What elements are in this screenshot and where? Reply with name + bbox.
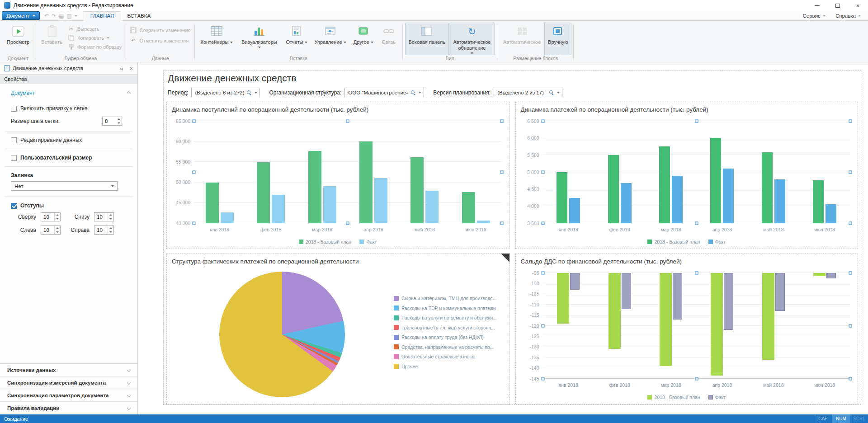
auto-layout-button[interactable]: Автоматическое [500, 23, 544, 55]
resize-handle[interactable] [500, 171, 503, 174]
print-icon[interactable]: ▥ [66, 13, 71, 19]
paste-button[interactable]: Вставить [38, 23, 66, 55]
spinner-arrows[interactable] [116, 117, 122, 125]
maximize-button[interactable] [827, 0, 848, 11]
section-data-sources[interactable]: Источники данных [0, 364, 137, 376]
tab-main[interactable]: ГЛАВНАЯ [84, 11, 121, 21]
resize-handle[interactable] [849, 272, 852, 275]
section-document-link[interactable]: Документ [0, 84, 137, 101]
resize-handle[interactable] [541, 377, 544, 381]
resize-handle[interactable] [541, 272, 544, 275]
margin-top-spinner[interactable]: 10 [41, 212, 61, 221]
tab-insert[interactable]: ВСТАВКА [121, 12, 157, 20]
resize-handle[interactable] [695, 222, 698, 225]
minimize-button[interactable] [807, 0, 827, 11]
window-titlebar: Движение денежных средств - Редактирован… [0, 0, 868, 11]
group-label-data: Данные [126, 56, 195, 61]
section-sync-parameters[interactable]: Синхронизация параметров документа [0, 389, 137, 402]
custom-size-checkbox[interactable] [11, 155, 17, 161]
section-validation-rules[interactable]: Правила валидации [0, 402, 137, 414]
snap-to-grid-checkbox[interactable] [11, 106, 17, 112]
resize-handle[interactable] [541, 222, 544, 225]
auto-refresh-toggle[interactable]: ↻ Автоматическое обновление [449, 23, 495, 55]
resize-handle[interactable] [849, 377, 852, 381]
visualizers-button[interactable]: Визуализаторы [236, 23, 283, 55]
collapse-panel-icon[interactable]: « [120, 65, 123, 72]
close-panel-icon[interactable]: × [129, 65, 133, 72]
properties-tab[interactable]: Свойства [0, 74, 137, 84]
close-button[interactable]: × [848, 0, 868, 11]
chart-panel-receipts[interactable]: Динамика поступлений по операционной дея… [166, 102, 509, 249]
data-editing-checkbox[interactable] [11, 137, 17, 143]
spinner-arrows[interactable] [54, 226, 60, 234]
version-filter-dropdown[interactable]: (Выделено 2 из 17) [494, 88, 562, 97]
containers-button[interactable]: Контейнеры [197, 23, 236, 55]
dashboard-canvas[interactable]: Движение денежных средств Период: (Выдел… [138, 62, 868, 414]
side-panel-toggle[interactable]: Боковая панель [405, 23, 449, 55]
resize-handle[interactable] [849, 324, 852, 328]
margin-left-spinner[interactable]: 10 [41, 226, 61, 235]
management-label: Управление [315, 39, 342, 45]
resize-handle[interactable] [849, 222, 852, 225]
save-changes-button[interactable]: Сохранить изменения [130, 27, 191, 33]
resize-handle[interactable] [695, 377, 698, 381]
bar-series-1 [774, 179, 785, 223]
x-axis-label: янв 2018 [559, 382, 578, 388]
org-filter-dropdown[interactable]: ООО "Машиностроение-1" [344, 88, 424, 97]
resize-handle[interactable] [695, 272, 698, 275]
scissors-icon: ✂ [68, 26, 75, 32]
legend-swatch [394, 315, 399, 320]
manual-layout-button[interactable]: Вручную [544, 23, 571, 55]
margins-checkbox[interactable] [11, 203, 17, 209]
discard-changes-button[interactable]: ↶ Отменить изменения [130, 38, 191, 44]
other-button[interactable]: Другое [350, 23, 377, 55]
resize-handle[interactable] [500, 222, 503, 225]
grid-step-spinner[interactable]: 8 [102, 117, 122, 126]
chart-panel-balance[interactable]: Сальдо ДДС по финансовой деятельности (т… [515, 254, 859, 404]
chevron-down-icon [344, 42, 346, 43]
copy-button[interactable]: Копировать [68, 35, 122, 41]
margins-label: Отступы [20, 202, 44, 209]
resize-handle[interactable] [849, 120, 852, 123]
reports-button[interactable]: Отчеты [283, 23, 311, 55]
preview-button[interactable]: Просмотр [3, 23, 33, 55]
resize-handle[interactable] [541, 324, 544, 328]
fill-dropdown[interactable]: Нет [11, 181, 118, 191]
cut-button[interactable]: ✂ Вырезать [68, 26, 122, 32]
bar-series-0 [710, 138, 721, 223]
customize-toolbar-icon[interactable] [75, 15, 77, 17]
margin-bottom-spinner[interactable]: 10 [94, 212, 114, 221]
format-painter-button[interactable]: Формат по образцу [68, 44, 122, 50]
section-sync-dimensions[interactable]: Синхронизация измерений документа [0, 376, 137, 389]
section-label: Источники данных [7, 367, 56, 373]
resize-handle[interactable] [541, 171, 544, 174]
undo-icon[interactable]: ↶ [44, 13, 49, 19]
resize-handle[interactable] [541, 120, 544, 123]
resize-handle[interactable] [193, 222, 196, 225]
spinner-arrows[interactable] [108, 213, 113, 221]
spinner-arrows[interactable] [54, 213, 60, 221]
y-axis-label: -105 [517, 292, 539, 297]
spinner-arrows[interactable] [108, 226, 113, 234]
margin-right-spinner[interactable]: 10 [94, 226, 114, 235]
redo-icon[interactable]: ↷ [52, 13, 56, 19]
chart-panel-payments[interactable]: Динамика платежей по операционной деятел… [515, 102, 859, 249]
document-menu-button[interactable]: Документ [2, 11, 40, 20]
link-button[interactable]: Связь [377, 23, 401, 55]
resize-handle[interactable] [193, 120, 196, 123]
resize-handle[interactable] [346, 222, 349, 225]
save-icon[interactable]: ▤ [59, 13, 64, 19]
management-button[interactable]: Управление [311, 23, 350, 55]
period-filter-dropdown[interactable]: (Выделено 6 из 272) [191, 88, 260, 97]
help-menu[interactable]: Справка [835, 13, 861, 19]
chart-panel-payments-structure-pie[interactable]: Структура фактических платежей по операц… [166, 254, 509, 404]
resize-handle[interactable] [849, 171, 852, 174]
chevron-down-icon [419, 92, 421, 94]
resize-handle[interactable] [346, 120, 349, 123]
bar-series-0 [557, 172, 567, 223]
resize-handle[interactable] [695, 120, 698, 123]
block-corner-marker[interactable] [501, 254, 509, 262]
resize-handle[interactable] [193, 171, 196, 174]
service-menu[interactable]: Сервис [802, 13, 825, 19]
resize-handle[interactable] [500, 120, 503, 123]
